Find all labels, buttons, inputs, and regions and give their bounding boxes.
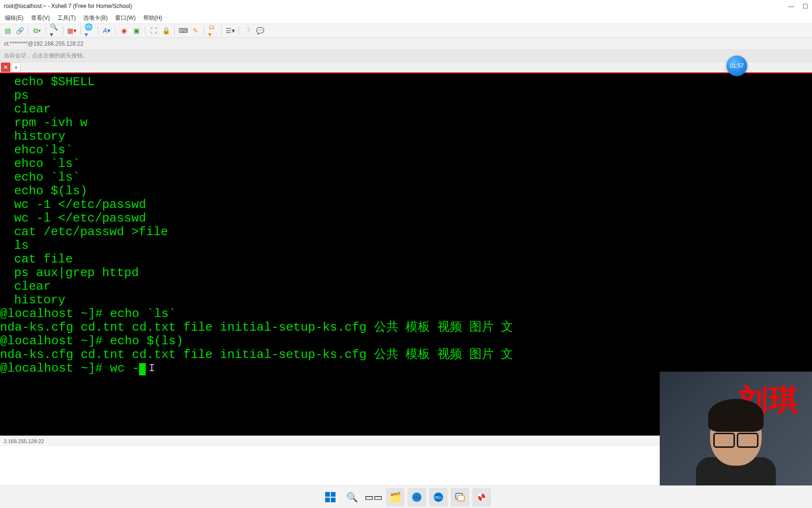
hint-text: 当前会话，点击左侧的箭头按钮。 [4, 52, 88, 60]
history-line: echo `ls` [0, 171, 812, 184]
history-line: ps [0, 89, 812, 103]
svg-rect-1 [331, 492, 336, 497]
menu-window[interactable]: 窗口(W) [112, 13, 138, 23]
menu-view[interactable]: 查看(V) [28, 13, 53, 23]
minimize-button[interactable]: — [788, 3, 794, 10]
separator [204, 26, 204, 35]
separator [221, 26, 222, 35]
hint-bar: 当前会话，点击左侧的箭头按钮。 [0, 50, 812, 62]
webcam-overlay: 刘琪 [660, 372, 812, 485]
history-line: rpm -ivh w [0, 116, 812, 130]
status-address: 2.168.255.128:22 [4, 438, 44, 444]
record-stop-icon[interactable]: ◉ [119, 26, 129, 35]
menu-bar: 编辑(E) 查看(V) 工具(T) 选项卡(B) 窗口(W) 帮助(H) [0, 12, 812, 24]
history-line: echo $SHELL [0, 75, 812, 89]
folder-icon[interactable]: 🗂▾ [208, 26, 218, 35]
help-icon[interactable]: ❔ [243, 26, 252, 35]
toolbar: ▤ 🔗 ⧉▾ 🔍▾ ▦▾ 🌐▾ A▾ ◉ ▣ ⛶ 🔒 ⌨ ✎ 🗂▾ ☰▾ ❔ 💬 [0, 24, 812, 38]
chat-icon[interactable]: 💬 [255, 26, 265, 35]
history-line: wc -1 </etc/passwd [0, 198, 812, 212]
fullscreen-icon[interactable]: ⛶ [149, 26, 158, 35]
edge-button[interactable] [407, 488, 426, 507]
separator [145, 26, 145, 35]
current-command: wc - [110, 361, 139, 375]
history-line: history [0, 294, 812, 307]
history-line: ps aux|grep httpd [0, 266, 812, 280]
open-icon[interactable]: 🔗 [15, 26, 24, 35]
task-view-button[interactable]: ▭▭ [364, 488, 383, 507]
history-line: ehco`ls` [0, 143, 812, 157]
taskbar: 🔍 ▭▭ 🗂️ DELL [0, 485, 812, 508]
font-icon[interactable]: A▾ [102, 26, 111, 35]
menu-edit[interactable]: 编辑(E) [2, 13, 26, 23]
new-session-icon[interactable]: ▤ [3, 26, 12, 35]
separator [46, 26, 46, 35]
text-caret: I [148, 363, 155, 374]
search-button[interactable]: 🔍 [343, 488, 361, 507]
svg-rect-8 [458, 495, 464, 501]
menu-tabs[interactable]: 选项卡(B) [80, 13, 110, 23]
prompt-line: @localhost ~]# echo `ls` [0, 307, 812, 321]
history-line: cat /etc/passwd >file [0, 225, 812, 239]
svg-rect-3 [331, 498, 336, 502]
separator [174, 26, 175, 35]
keyboard-icon[interactable]: ⌨ [179, 26, 188, 35]
separator [239, 26, 239, 35]
svg-rect-2 [325, 498, 330, 502]
separator [28, 26, 29, 35]
properties-icon[interactable]: ▦▾ [67, 26, 77, 35]
separator [63, 26, 63, 35]
history-line: cat file [0, 253, 812, 266]
copy-icon[interactable]: ⧉▾ [32, 26, 42, 35]
maximize-button[interactable]: ☐ [803, 3, 808, 10]
history-line: clear [0, 280, 812, 294]
timer-badge: 01:57 [726, 56, 747, 76]
lock-icon[interactable]: 🔒 [161, 26, 171, 35]
window-title: root@localhost:~ - Xshell 7 (Free for Ho… [4, 3, 132, 9]
output-line: nda-ks.cfg cd.tnt cd.txt file initial-se… [0, 321, 812, 334]
menu-help[interactable]: 帮助(H) [141, 13, 165, 23]
start-button[interactable] [321, 488, 340, 507]
tab-add-button[interactable]: + [11, 63, 21, 72]
history-line: clear [0, 103, 812, 116]
prompt-line: @localhost ~]# echo $(ls) [0, 334, 812, 348]
tab-close-button[interactable]: ✕ [1, 63, 10, 72]
xshell-button[interactable] [472, 488, 491, 507]
file-explorer-button[interactable]: 🗂️ [386, 488, 405, 507]
history-line: ls [0, 239, 812, 253]
menu-tools[interactable]: 工具(T) [55, 13, 78, 23]
history-line: ehco `ls` [0, 157, 812, 171]
history-line: echo $(ls) [0, 184, 812, 198]
svg-rect-0 [325, 492, 330, 497]
dell-app-button[interactable]: DELL [429, 488, 448, 507]
separator [80, 26, 81, 35]
separator [98, 26, 98, 35]
tab-bar: ✕ + [0, 62, 812, 73]
svg-text:DELL: DELL [434, 496, 443, 499]
record-icon[interactable]: ▣ [132, 26, 141, 35]
list-icon[interactable]: ☰▾ [226, 26, 235, 35]
timer-value: 01:57 [730, 63, 744, 69]
search-icon[interactable]: 🔍▾ [50, 26, 59, 35]
highlight-icon[interactable]: ✎ [191, 26, 200, 35]
globe-icon[interactable]: 🌐▾ [85, 26, 94, 35]
separator [115, 26, 116, 35]
output-line: nda-ks.cfg cd.tnt cd.txt file initial-se… [0, 348, 812, 362]
title-bar: root@localhost:~ - Xshell 7 (Free for Ho… [0, 0, 812, 12]
prompt-prefix: @localhost ~]# [0, 361, 110, 375]
presenter-figure [694, 396, 778, 485]
vmware-button[interactable] [451, 488, 469, 507]
history-line: history [0, 130, 812, 143]
address-bar[interactable]: ot:********@192.168.255.128:22 [0, 38, 812, 50]
history-line: wc -l </etc/passwd [0, 212, 812, 225]
session-address: ot:********@192.168.255.128:22 [4, 40, 84, 47]
cursor [139, 363, 146, 375]
